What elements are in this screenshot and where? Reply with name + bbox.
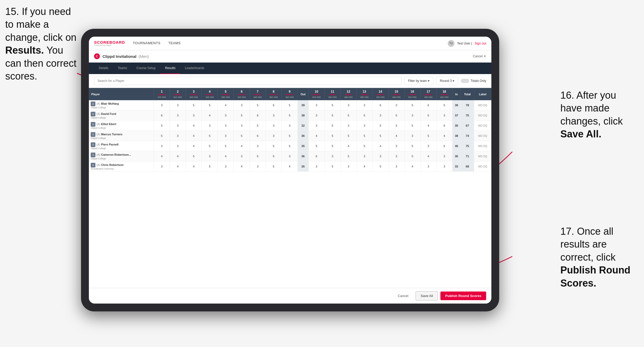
hole-2-score[interactable]: 4: [170, 161, 186, 172]
nav-teams[interactable]: TEAMS: [168, 41, 181, 46]
hole-4-score[interactable]: 5: [202, 100, 218, 110]
dq-label[interactable]: DQ: [483, 124, 487, 127]
hole-15-score[interactable]: 3: [388, 100, 404, 110]
hole-4-score[interactable]: 3: [202, 121, 218, 131]
hole-10-score[interactable]: 6: [308, 151, 324, 161]
hole-12-score[interactable]: 3: [341, 161, 356, 172]
hole-4-score[interactable]: 5: [202, 141, 218, 151]
hole-18-score[interactable]: 6: [436, 141, 452, 151]
hole-3-score[interactable]: 4: [186, 161, 202, 172]
hole-2-score[interactable]: 4: [170, 151, 186, 161]
hole-16-score[interactable]: 5: [404, 151, 420, 161]
hole-13-score[interactable]: 5: [356, 110, 372, 121]
dq-label[interactable]: DQ: [483, 155, 487, 158]
wd-label[interactable]: WD: [478, 165, 482, 168]
hole-18-score[interactable]: 6: [436, 121, 452, 131]
hole-15-score[interactable]: 5: [388, 110, 404, 121]
hole-1-score[interactable]: 3: [154, 161, 170, 172]
hole-2-score[interactable]: 3: [170, 131, 186, 141]
hole-7-score[interactable]: 6: [250, 131, 266, 141]
hole-7-score[interactable]: 3: [250, 161, 266, 172]
hole-17-score[interactable]: 3: [420, 161, 436, 172]
hole-1-score[interactable]: 5: [154, 131, 170, 141]
hole-3-score[interactable]: 5: [186, 151, 202, 161]
hole-8-score[interactable]: 6: [266, 100, 281, 110]
hole-2-score[interactable]: 3: [170, 110, 186, 121]
nav-tournaments[interactable]: TOURNAMENTS: [133, 41, 160, 46]
hole-14-score[interactable]: 4: [372, 141, 388, 151]
hole-10-score[interactable]: 3: [308, 100, 324, 110]
hole-4-score[interactable]: 5: [202, 131, 218, 141]
hole-4-score[interactable]: 4: [202, 110, 218, 121]
hole-13-score[interactable]: 3: [356, 151, 372, 161]
hole-9-score[interactable]: 3: [281, 121, 297, 131]
hole-12-score[interactable]: 4: [341, 141, 356, 151]
hole-13-score[interactable]: 3: [356, 100, 372, 110]
hole-17-score[interactable]: 5: [420, 110, 436, 121]
cancel-button[interactable]: Cancel: [393, 292, 413, 300]
hole-5-score[interactable]: 5: [218, 141, 234, 151]
hole-11-score[interactable]: 5: [325, 110, 341, 121]
hole-14-score[interactable]: 5: [372, 121, 388, 131]
save-all-button[interactable]: Save All: [416, 291, 438, 300]
hole-6-score[interactable]: 5: [234, 131, 250, 141]
hole-10-score[interactable]: 5: [308, 141, 324, 151]
hole-16-score[interactable]: 4: [404, 161, 420, 172]
hole-16-score[interactable]: 3: [404, 110, 420, 121]
hole-9-score[interactable]: 5: [281, 110, 297, 121]
hole-14-score[interactable]: 5: [372, 161, 388, 172]
hole-1-score[interactable]: 3: [154, 141, 170, 151]
hole-12-score[interactable]: 3: [341, 121, 356, 131]
hole-5-score[interactable]: 4: [218, 151, 234, 161]
hole-10-score[interactable]: 4: [308, 131, 324, 141]
hole-12-score[interactable]: 5: [341, 110, 356, 121]
hole-17-score[interactable]: 4: [420, 151, 436, 161]
hole-4-score[interactable]: 3: [202, 151, 218, 161]
dq-label[interactable]: DQ: [483, 145, 487, 148]
wd-label[interactable]: WD: [478, 145, 482, 148]
publish-round-scores-button[interactable]: Publish Round Scores: [440, 292, 486, 300]
hole-1-score[interactable]: 4: [154, 151, 170, 161]
totals-only-toggle[interactable]: [461, 79, 469, 83]
hole-3-score[interactable]: 4: [186, 131, 202, 141]
hole-11-score[interactable]: 5: [325, 161, 341, 172]
dq-label[interactable]: DQ: [483, 165, 487, 168]
hole-15-score[interactable]: 3: [388, 151, 404, 161]
hole-14-score[interactable]: 5: [372, 131, 388, 141]
hole-9-score[interactable]: 3: [281, 151, 297, 161]
hole-17-score[interactable]: 6: [420, 100, 436, 110]
tab-course-setup[interactable]: Course Setup: [132, 63, 160, 74]
hole-7-score[interactable]: 6: [250, 110, 266, 121]
hole-8-score[interactable]: 5: [266, 141, 281, 151]
hole-1-score[interactable]: 5: [154, 121, 170, 131]
hole-2-score[interactable]: 3: [170, 100, 186, 110]
hole-3-score[interactable]: 5: [186, 100, 202, 110]
round-selector-button[interactable]: Round 3 ▾: [436, 77, 458, 85]
hole-17-score[interactable]: 5: [420, 131, 436, 141]
hole-15-score[interactable]: 3: [388, 141, 404, 151]
hole-6-score[interactable]: 3: [234, 100, 250, 110]
dq-label[interactable]: DQ: [483, 135, 487, 137]
hole-3-score[interactable]: 4: [186, 121, 202, 131]
hole-8-score[interactable]: 5: [266, 151, 281, 161]
hole-8-score[interactable]: 3: [266, 121, 281, 131]
wd-label[interactable]: WD: [478, 155, 482, 158]
hole-2-score[interactable]: 3: [170, 141, 186, 151]
hole-7-score[interactable]: 5: [250, 151, 266, 161]
hole-1-score[interactable]: 6: [154, 110, 170, 121]
hole-16-score[interactable]: 3: [404, 131, 420, 141]
hole-11-score[interactable]: 5: [325, 100, 341, 110]
hole-11-score[interactable]: 5: [325, 141, 341, 151]
hole-9-score[interactable]: 4: [281, 161, 297, 172]
hole-16-score[interactable]: 5: [404, 121, 420, 131]
hole-14-score[interactable]: 6: [372, 100, 388, 110]
hole-18-score[interactable]: 3: [436, 110, 452, 121]
tab-details[interactable]: Details: [94, 63, 113, 74]
hole-5-score[interactable]: 3: [218, 131, 234, 141]
hole-2-score[interactable]: 3: [170, 121, 186, 131]
hole-3-score[interactable]: 4: [186, 141, 202, 151]
hole-11-score[interactable]: 3: [325, 151, 341, 161]
hole-13-score[interactable]: 3: [356, 121, 372, 131]
hole-1-score[interactable]: 3: [154, 100, 170, 110]
hole-6-score[interactable]: 3: [234, 151, 250, 161]
